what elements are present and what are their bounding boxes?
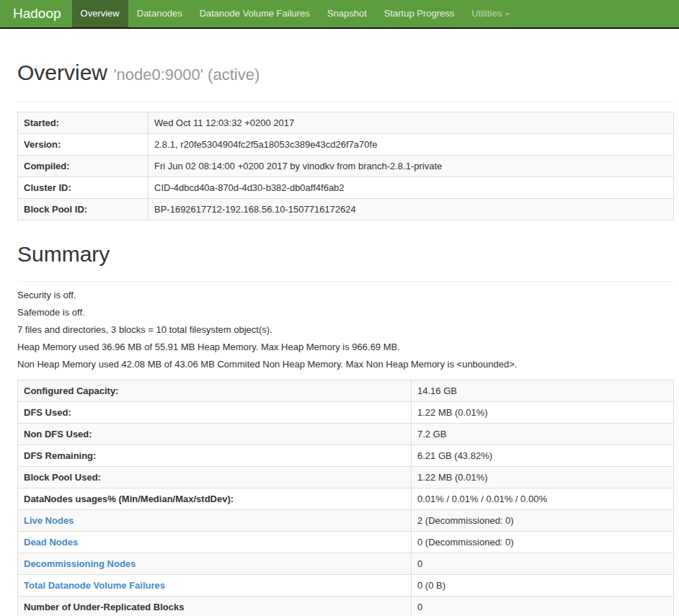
row-value: BP-1692617712-192.168.56.10-150771617262…: [148, 199, 674, 220]
utilities-label: Utilities: [471, 8, 502, 19]
table-row: Total Datanode Volume Failures 0 (0 B): [18, 575, 674, 597]
tab-overview[interactable]: Overview: [72, 0, 128, 27]
row-label: Started:: [18, 112, 148, 134]
row-value: 14.16 GB: [412, 380, 674, 402]
row-value: 0 (Decommissioned: 0): [412, 532, 674, 553]
row-label: Dead Nodes: [18, 532, 412, 553]
row-value: 1.22 MB (0.01%): [412, 402, 674, 424]
row-value: 7.2 GB: [412, 424, 674, 445]
tab-datanode-volume-failures[interactable]: Datanode Volume Failures: [191, 0, 319, 27]
table-row: Number of Under-Replicated Blocks 0: [18, 597, 674, 616]
table-row: Decommissioning Nodes 0: [18, 553, 674, 575]
dead-nodes-link[interactable]: Dead Nodes: [24, 537, 78, 548]
caret-down-icon: [505, 13, 510, 16]
row-label: Configured Capacity:: [18, 380, 412, 402]
table-row: DFS Used: 1.22 MB (0.01%): [18, 402, 674, 424]
table-row: Block Pool Used: 1.22 MB (0.01%): [18, 467, 674, 488]
row-value: 2.8.1, r20fe5304904fc2f5a18053c389e43cd2…: [148, 134, 674, 156]
page-title-text: Overview: [17, 61, 107, 84]
row-label: Non DFS Used:: [18, 424, 412, 445]
tab-datanodes[interactable]: Datanodes: [128, 0, 191, 27]
row-label: DFS Remaining:: [18, 445, 412, 467]
row-label: Block Pool Used:: [18, 467, 412, 488]
page-content: Overview 'node0:9000' (active) Started: …: [0, 61, 679, 616]
row-value: 0 (0 B): [412, 575, 674, 597]
row-label: Total Datanode Volume Failures: [18, 575, 412, 597]
row-label: Number of Under-Replicated Blocks: [18, 597, 412, 616]
top-navbar: Hadoop Overview Datanodes Datanode Volum…: [0, 0, 679, 29]
table-row: Cluster ID: CID-4dbcd40a-870d-4d30-b382-…: [18, 177, 674, 199]
security-status-text: Security is off.: [17, 289, 674, 301]
hadoop-brand[interactable]: Hadoop: [2, 0, 72, 27]
table-row: Dead Nodes 0 (Decommissioned: 0): [18, 532, 674, 553]
row-label: DFS Used:: [18, 402, 412, 424]
decommissioning-nodes-link[interactable]: Decommissioning Nodes: [24, 558, 136, 569]
row-value: 0: [412, 553, 674, 575]
row-value: CID-4dbcd40a-870d-4d30-b382-db0aff4f6ab2: [148, 177, 674, 199]
row-value: 1.22 MB (0.01%): [412, 467, 674, 488]
row-label: Version:: [18, 134, 148, 156]
tab-snapshot[interactable]: Snapshot: [319, 0, 376, 27]
row-value: 6.21 GB (43.82%): [412, 445, 674, 467]
summary-table: Configured Capacity: 14.16 GB DFS Used: …: [17, 380, 674, 616]
table-row: DataNodes usages% (Min/Median/Max/stdDev…: [18, 488, 674, 510]
row-value: 2 (Decommissioned: 0): [412, 510, 674, 532]
table-row: DFS Remaining: 6.21 GB (43.82%): [18, 445, 674, 467]
table-row: Started: Wed Oct 11 12:03:32 +0200 2017: [18, 112, 674, 134]
navbar-tabs: Overview Datanodes Datanode Volume Failu…: [72, 0, 520, 27]
table-row: Live Nodes 2 (Decommissioned: 0): [18, 510, 674, 532]
page-title: Overview 'node0:9000' (active): [17, 61, 674, 102]
row-label: Cluster ID:: [18, 177, 148, 199]
summary-title: Summary: [17, 242, 674, 282]
safemode-status-text: Safemode is off.: [17, 306, 674, 318]
tab-utilities-dropdown[interactable]: Utilities: [463, 0, 519, 27]
heap-memory-text: Heap Memory used 36.96 MB of 55.91 MB He…: [17, 341, 674, 353]
total-datanode-volume-failures-link[interactable]: Total Datanode Volume Failures: [24, 580, 165, 591]
table-row: Configured Capacity: 14.16 GB: [18, 380, 674, 402]
table-row: Block Pool ID: BP-1692617712-192.168.56.…: [18, 199, 674, 220]
live-nodes-link[interactable]: Live Nodes: [24, 515, 74, 526]
summary-notes: Security is off. Safemode is off. 7 file…: [17, 289, 674, 370]
tab-startup-progress[interactable]: Startup Progress: [376, 0, 463, 27]
non-heap-memory-text: Non Heap Memory used 42.08 MB of 43.06 M…: [17, 358, 674, 370]
row-value: 0: [412, 597, 674, 616]
table-row: Version: 2.8.1, r20fe5304904fc2f5a18053c…: [18, 134, 674, 156]
row-value: Wed Oct 11 12:03:32 +0200 2017: [148, 112, 674, 134]
namenode-address-subtitle: 'node0:9000' (active): [113, 66, 259, 84]
cluster-info-table: Started: Wed Oct 11 12:03:32 +0200 2017 …: [17, 112, 674, 220]
row-label: Decommissioning Nodes: [18, 553, 412, 575]
row-label: Compiled:: [18, 156, 148, 177]
row-label: Block Pool ID:: [18, 199, 148, 220]
table-row: Non DFS Used: 7.2 GB: [18, 424, 674, 445]
row-label: Live Nodes: [18, 510, 412, 532]
filesystem-objects-text: 7 files and directories, 3 blocks = 10 t…: [17, 323, 674, 336]
row-label: DataNodes usages% (Min/Median/Max/stdDev…: [18, 488, 412, 510]
row-value: Fri Jun 02 08:14:00 +0200 2017 by vinodk…: [148, 156, 674, 177]
table-row: Compiled: Fri Jun 02 08:14:00 +0200 2017…: [18, 156, 674, 177]
row-value: 0.01% / 0.01% / 0.01% / 0.00%: [412, 488, 674, 510]
